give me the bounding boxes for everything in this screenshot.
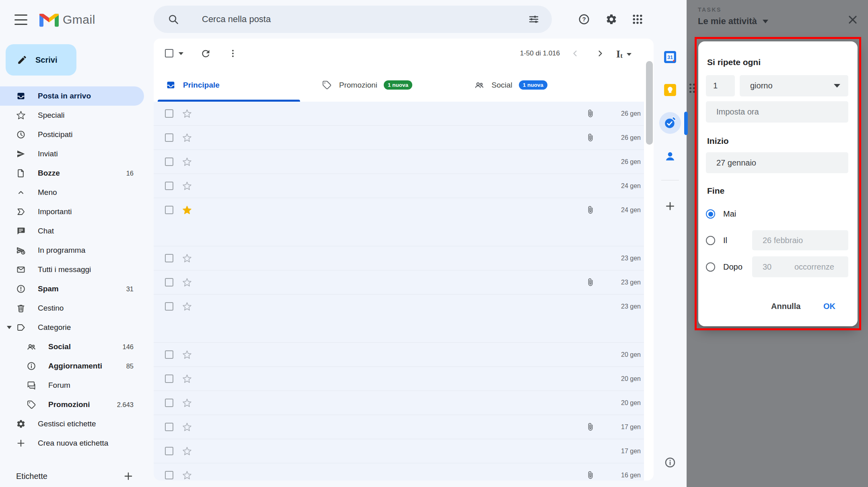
sidebar-item-promozioni[interactable]: Promozioni2.643 [0, 395, 144, 414]
end-never-radio[interactable] [706, 209, 715, 219]
main-menu-button[interactable] [14, 14, 27, 25]
select-all-checkbox[interactable] [165, 49, 173, 57]
sidebar-item-meno[interactable]: Meno [0, 183, 144, 202]
email-row[interactable]: 26 gen [154, 102, 644, 126]
row-checkbox[interactable] [165, 158, 173, 166]
row-checkbox[interactable] [165, 206, 173, 214]
input-tools-button[interactable]: I t [616, 48, 631, 60]
panel-drag-handle[interactable] [689, 84, 695, 95]
email-row[interactable]: 24 gen [154, 174, 644, 198]
star-icon[interactable] [182, 398, 192, 408]
scrollbar-thumb[interactable] [646, 61, 653, 145]
close-icon[interactable] [847, 14, 859, 26]
cancel-button[interactable]: Annulla [771, 302, 800, 311]
star-icon[interactable] [182, 254, 192, 263]
row-checkbox[interactable] [165, 423, 173, 431]
row-checkbox[interactable] [165, 182, 173, 190]
star-icon[interactable] [182, 109, 192, 119]
search-filter-icon[interactable] [528, 13, 540, 25]
star-icon[interactable] [182, 302, 192, 311]
refresh-icon[interactable] [200, 48, 211, 59]
star-icon[interactable] [182, 422, 192, 432]
tasks-list-selector[interactable]: Le mie attività [698, 16, 768, 27]
sidebar-item-posticipati[interactable]: Posticipati [0, 125, 144, 144]
sidebar-item-inviati[interactable]: Inviati [0, 144, 144, 164]
end-date-input[interactable]: 26 febbraio [752, 230, 848, 250]
star-icon[interactable] [182, 446, 192, 456]
keep-button[interactable] [654, 84, 687, 96]
email-row[interactable]: 20 gen [154, 391, 644, 415]
google-apps-icon[interactable] [631, 13, 644, 25]
star-icon[interactable] [182, 205, 192, 215]
gmail-logo[interactable]: Gmail [39, 12, 95, 27]
email-row[interactable]: 23 gen [154, 295, 644, 319]
settings-icon[interactable] [605, 13, 617, 25]
sidebar-item-speciali[interactable]: Speciali [0, 106, 144, 125]
sidebar-item-crea-nuova-etichetta[interactable]: Crea nuova etichetta [0, 434, 144, 453]
start-date-input[interactable]: 27 gennaio [706, 152, 848, 173]
sidebar-item-bozze[interactable]: Bozze16 [0, 164, 144, 183]
occurrences-input[interactable]: 30 occorrenze [752, 256, 848, 277]
tasks-button[interactable] [659, 112, 681, 134]
email-row[interactable]: 16 gen [154, 463, 644, 481]
email-row[interactable]: 17 gen [154, 439, 644, 463]
star-icon[interactable] [182, 157, 192, 167]
panel-resize-bar[interactable] [684, 112, 688, 135]
row-checkbox[interactable] [165, 447, 173, 455]
contacts-button[interactable] [654, 150, 687, 163]
row-checkbox[interactable] [165, 471, 173, 479]
row-checkbox[interactable] [165, 399, 173, 407]
get-addons-button[interactable] [654, 201, 687, 212]
compose-button[interactable]: Scrivi [6, 44, 76, 76]
row-checkbox[interactable] [165, 350, 173, 359]
row-checkbox[interactable] [165, 374, 173, 383]
side-panel-info-button[interactable] [654, 456, 687, 469]
sidebar-item-importanti[interactable]: Importanti [0, 202, 144, 221]
newer-page-icon[interactable] [570, 49, 580, 58]
sidebar-item-aggiornamenti[interactable]: Aggiornamenti85 [0, 356, 144, 376]
sidebar-item-chat[interactable]: Chat [0, 221, 144, 241]
email-row[interactable]: 23 gen [154, 270, 644, 295]
ok-button[interactable]: OK [823, 302, 835, 311]
help-icon[interactable]: ? [578, 13, 590, 25]
row-checkbox[interactable] [165, 109, 173, 118]
search-bar[interactable] [154, 6, 552, 33]
star-icon[interactable] [182, 181, 192, 191]
create-label-icon[interactable] [123, 471, 134, 481]
tab-principale[interactable]: Principale [166, 68, 220, 102]
frequency-select[interactable]: giorno [740, 75, 848, 96]
select-dropdown-icon[interactable] [179, 52, 183, 55]
sidebar-item-categorie[interactable]: Categorie [0, 318, 144, 337]
row-checkbox[interactable] [165, 254, 173, 262]
row-checkbox[interactable] [165, 278, 173, 286]
star-icon[interactable] [182, 350, 192, 360]
tab-social[interactable]: Social 1 nuova [474, 68, 547, 102]
set-time-input[interactable]: Imposta ora [706, 101, 848, 123]
star-icon[interactable] [182, 278, 192, 287]
interval-input[interactable]: 1 [706, 75, 735, 96]
calendar-button[interactable]: 31 [654, 51, 687, 63]
sidebar-item-gestisci-etichette[interactable]: Gestisci etichette [0, 414, 144, 434]
search-input[interactable] [202, 14, 528, 25]
email-row[interactable]: 26 gen [154, 126, 644, 150]
end-after-radio[interactable] [706, 262, 715, 272]
search-icon[interactable] [167, 13, 179, 25]
sidebar-item-tutti-i-messaggi[interactable]: Tutti i messaggi [0, 260, 144, 279]
email-row[interactable]: 26 gen [154, 150, 644, 174]
more-options-icon[interactable] [228, 48, 238, 59]
star-icon[interactable] [182, 471, 192, 480]
sidebar-item-cestino[interactable]: Cestino [0, 299, 144, 318]
sidebar-item-in-programma[interactable]: In programma [0, 241, 144, 260]
row-checkbox[interactable] [165, 133, 173, 142]
row-checkbox[interactable] [165, 302, 173, 311]
email-row[interactable]: 17 gen [154, 415, 644, 439]
sidebar-item-social[interactable]: Social146 [0, 337, 144, 356]
email-row[interactable]: 20 gen [154, 343, 644, 367]
star-icon[interactable] [182, 133, 192, 143]
star-icon[interactable] [182, 374, 192, 384]
sidebar-item-spam[interactable]: Spam31 [0, 279, 144, 299]
sidebar-item-posta-in-arrivo[interactable]: Posta in arrivo [0, 86, 144, 106]
expander-icon[interactable] [7, 326, 12, 329]
email-row[interactable]: 23 gen [154, 246, 644, 270]
tab-promozioni[interactable]: Promozioni 1 nuova [322, 68, 412, 102]
